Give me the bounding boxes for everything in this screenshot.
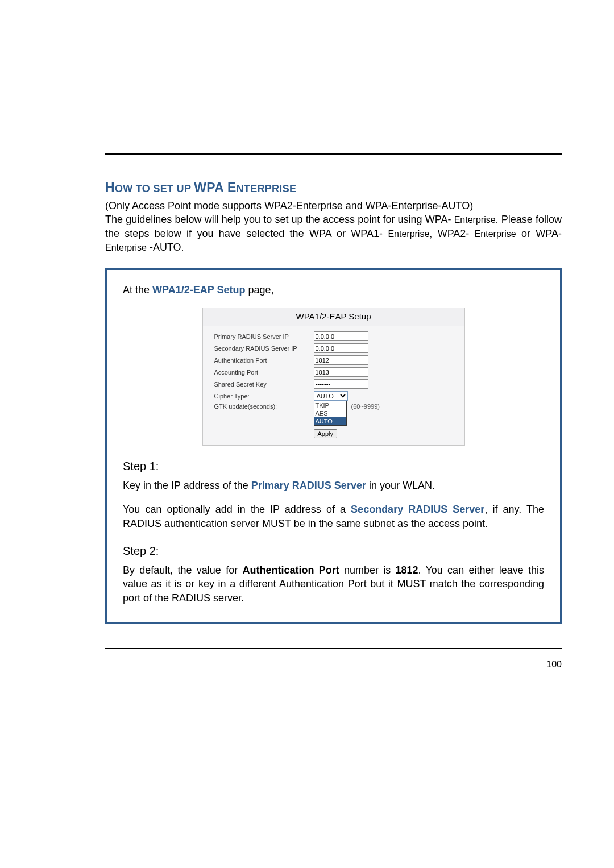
heading-text-4: NTERPRISE [237,183,297,194]
label-acct-port: Accounting Port [214,369,314,376]
row-secondary-radius: Secondary RADIUS Server IP [214,343,453,353]
row-acct-port: Accounting Port [214,367,453,377]
page-number: 100 [546,659,562,670]
document-page: HOW TO SET UP WPA ENTERPRISE (Only Acces… [0,0,614,868]
s1p1b: Primary RADIUS Server [251,480,366,491]
intro-2i: -AUTO. [147,242,184,253]
cipher-option-auto[interactable]: AUTO [314,417,346,425]
at-link: WPA1/2-EAP Setup [152,284,245,296]
at-line: At the WPA1/2-EAP Setup page, [123,284,544,296]
s1p1a: Key in the IP address of the [123,480,251,491]
intro-2a: The guidelines below will help you to se… [105,214,454,225]
intro-2e: , WPA2- [429,228,474,239]
s1p2e: be in the same subnet as the access poin… [291,518,488,529]
s2p1b: Authentication Port [242,564,339,576]
at-post: page, [245,284,273,296]
row-cipher-type: Cipher Type: AUTO TKIP AES AUTO [214,391,453,401]
gtk-range-hint: (60~9999) [351,403,380,410]
row-shared-key: Shared Secret Key [214,379,453,389]
apply-row: Apply [214,429,453,438]
select-cipher-type[interactable]: AUTO [314,391,348,401]
s2p1f: MUST [397,578,426,589]
intro-2d: Enterprise [388,229,429,239]
input-auth-port[interactable] [314,355,368,365]
s1p1c: in your WLAN. [366,480,435,491]
intro-2h: Enterprise [105,243,147,252]
s2p1a: By default, the value for [123,564,242,576]
row-auth-port: Authentication Port [214,355,453,365]
footer-rule [105,648,562,649]
input-acct-port[interactable] [314,367,368,377]
label-secondary-radius: Secondary RADIUS Server IP [214,345,314,352]
s2p1d: 1812 [396,564,418,576]
cipher-option-aes[interactable]: AES [314,409,346,417]
step-2-heading: Step 2: [123,545,544,558]
row-primary-radius: Primary RADIUS Server IP [214,331,453,341]
wpa-eap-setup-panel: WPA1/2-EAP Setup Primary RADIUS Server I… [202,308,465,446]
label-gtk-update: GTK update(seconds): [214,403,314,410]
intro-2g: or WPA- [516,228,562,239]
step-2-para-1: By default, the value for Authentication… [123,563,544,605]
label-primary-radius: Primary RADIUS Server IP [214,333,314,340]
intro-line1: (Only Access Point mode supports WPA2-En… [105,200,473,211]
step-1-heading: Step 1: [123,460,544,473]
cipher-option-tkip[interactable]: TKIP [314,401,346,409]
label-cipher-type: Cipher Type: [214,393,314,400]
input-primary-radius[interactable] [314,331,368,341]
label-shared-key: Shared Secret Key [214,381,314,388]
intro-2b: Enterprise [454,215,496,225]
step-1-para-2: You can optionally add in the IP address… [123,502,544,530]
heading-text-2: OW TO SET UP [115,183,194,194]
content-area: HOW TO SET UP WPA ENTERPRISE (Only Acces… [105,180,562,624]
intro-2f: Enterprise [475,229,516,239]
input-shared-key[interactable] [314,379,368,389]
s1p2b: Secondary RADIUS Server [351,504,484,515]
s1p2a: You can optionally add in the IP address… [123,504,351,515]
s1p2d: MUST [262,518,291,529]
input-secondary-radius[interactable] [314,343,368,353]
section-heading: HOW TO SET UP WPA ENTERPRISE [105,180,562,196]
heading-text-3: WPA E [194,180,236,195]
heading-text-1: H [105,180,115,195]
header-rule [105,153,562,155]
instruction-box: At the WPA1/2-EAP Setup page, WPA1/2-EAP… [105,268,562,624]
label-auth-port: Authentication Port [214,357,314,364]
cipher-dropdown-list[interactable]: TKIP AES AUTO [314,401,347,426]
apply-button[interactable]: Apply [314,429,338,438]
step-1-para-1: Key in the IP address of the Primary RAD… [123,479,544,492]
s2p1c: number is [339,564,396,576]
intro-paragraph: (Only Access Point mode supports WPA2-En… [105,199,562,254]
setup-form: Primary RADIUS Server IP Secondary RADIU… [203,326,464,445]
at-pre: At the [123,284,152,296]
panel-title: WPA1/2-EAP Setup [203,308,464,326]
